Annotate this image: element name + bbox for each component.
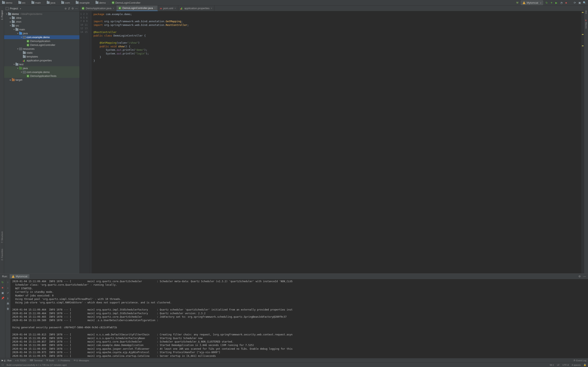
close-icon[interactable]: × xyxy=(174,7,176,10)
bt-build[interactable]: ⚒ Build xyxy=(46,359,54,362)
bt-problems[interactable]: ⚠ Problems xyxy=(58,359,70,362)
down-icon[interactable]: ↓ xyxy=(6,286,9,289)
project-header-label: Project xyxy=(10,7,18,10)
bt-event-log[interactable]: ◔ Event Log xyxy=(573,359,586,362)
update-icon[interactable]: ⟳ xyxy=(573,1,576,4)
print-icon[interactable]: 🖶 xyxy=(6,302,9,305)
fold-gutter[interactable] xyxy=(89,11,92,273)
profile-icon[interactable]: ◔ xyxy=(560,1,563,4)
tree-item[interactable]: static xyxy=(4,51,79,55)
editor-tab[interactable]: mpom.xml× xyxy=(158,6,178,11)
stop-icon[interactable]: ■ xyxy=(1,286,4,289)
hide-icon[interactable]: — xyxy=(583,275,586,278)
tree-item[interactable]: templates xyxy=(4,55,79,58)
coverage-icon[interactable]: ▶ xyxy=(555,1,558,4)
tomcat-icon xyxy=(12,275,15,278)
stop-icon[interactable]: ■ xyxy=(565,1,568,4)
rerun-icon[interactable]: ↻ xyxy=(1,281,4,284)
tomcat-icon xyxy=(523,1,526,4)
run-label: Run: xyxy=(2,275,8,278)
lock-icon[interactable] xyxy=(584,364,586,366)
rail-project[interactable]: 1: Project xyxy=(1,9,3,21)
crumb[interactable]: src xyxy=(17,1,26,5)
tree-item[interactable]: application.properties xyxy=(4,58,79,62)
class-icon: C xyxy=(112,1,114,4)
layout-icon[interactable]: ▣ xyxy=(578,1,581,4)
main-area: 1: Project 7: Structure 2: Favorites Pro… xyxy=(0,6,588,273)
project-view-selector[interactable]: Project xyxy=(6,7,63,10)
tree-item[interactable]: ▶target xyxy=(4,78,79,82)
run-tab[interactable]: Mytomcat xyxy=(9,274,29,278)
code-editor[interactable]: package com.example.demo; import org.spr… xyxy=(92,11,581,273)
run-icon[interactable]: ↻ xyxy=(545,1,548,4)
rail-structure[interactable]: 7: Structure xyxy=(1,231,3,244)
bt-messages[interactable]: ✉ 0: Messages xyxy=(74,359,89,362)
status-icon[interactable]: ☐ xyxy=(2,364,4,366)
gear-icon[interactable]: ⚙ xyxy=(71,7,74,10)
tree-item[interactable]: ▼resources xyxy=(4,47,79,51)
locate-icon[interactable]: ⊕ xyxy=(65,7,67,10)
tree-item-selected[interactable]: ▼com.example.demo xyxy=(4,35,79,39)
close-icon[interactable]: × xyxy=(113,7,114,10)
crumb[interactable]: demo xyxy=(1,1,13,5)
console-output[interactable]: 2020-01-04 15:11:09.484 INFO 1078 --- [ … xyxy=(11,279,588,358)
pin-icon[interactable]: 📌 xyxy=(1,296,4,300)
tree-item[interactable]: ▼java xyxy=(4,31,79,35)
folder-icon xyxy=(61,1,64,4)
up-icon[interactable]: ↑ xyxy=(6,281,9,284)
indent[interactable]: 4 spaces xyxy=(572,364,581,366)
tree-item[interactable]: ▶.idea xyxy=(4,16,79,20)
crumb[interactable]: com xyxy=(61,1,71,5)
editor-tab[interactable]: CDemoApplication.java× xyxy=(80,6,116,11)
chevron-down-icon xyxy=(539,1,541,4)
scroll-icon[interactable]: ⤓ xyxy=(6,296,9,300)
tree-item[interactable]: CDemoApplication xyxy=(4,39,79,43)
rail-maven[interactable]: m Maven xyxy=(585,19,587,30)
source-folder-icon xyxy=(19,32,22,35)
class-icon: C xyxy=(26,40,29,43)
crumb[interactable]: java xyxy=(46,1,56,5)
tree-item[interactable]: ▼test xyxy=(4,62,79,66)
gear-icon[interactable]: ⚙ xyxy=(579,275,581,278)
close-icon[interactable]: × xyxy=(211,7,212,10)
tree-item[interactable]: CDemoLoginController xyxy=(4,43,79,47)
line-separator[interactable]: LF xyxy=(557,364,560,366)
line-gutter[interactable]: 1 2 3 4 5 6 7 8 9 10 11 12 13 14 15 xyxy=(80,11,89,273)
folder-icon xyxy=(12,25,15,27)
project-icon xyxy=(6,7,9,10)
close-icon[interactable]: × xyxy=(154,7,156,9)
tree-item[interactable]: CDemoApplicationTests xyxy=(4,74,79,78)
file-encoding[interactable]: UTF-8 xyxy=(562,364,569,366)
tree-item[interactable]: ▼java xyxy=(4,66,79,70)
trash-icon[interactable]: 🗑 xyxy=(6,307,9,310)
rail-ant[interactable]: Ant xyxy=(585,9,587,15)
bt-todo[interactable]: ≡ 6: TODO xyxy=(15,359,26,362)
crumb[interactable]: demo xyxy=(95,1,107,5)
crumb[interactable]: example xyxy=(75,1,90,5)
bt-terminal[interactable]: ⌨ Terminal xyxy=(30,359,43,362)
error-stripe[interactable] xyxy=(581,11,584,273)
crumb[interactable]: CDemoLoginController xyxy=(111,1,141,5)
project-header: Project ⊕ ⇵ ⚙ — xyxy=(4,6,79,12)
editor-tab[interactable]: application.properties× xyxy=(178,6,215,11)
build-icon[interactable]: ⚒ xyxy=(516,1,519,4)
tree-item[interactable]: ▼main xyxy=(4,27,79,31)
breadcrumbs: demo〉 src〉 main〉 java〉 com〉 example〉 dem… xyxy=(1,1,516,5)
rail-favorites[interactable]: 2: Favorites xyxy=(1,248,3,261)
crumb[interactable]: main xyxy=(31,1,42,5)
expand-icon[interactable]: ⇵ xyxy=(68,7,70,10)
search-icon[interactable]: 🔍 xyxy=(583,1,586,4)
tree-item[interactable]: ▼com.example.demo xyxy=(4,70,79,74)
project-tree[interactable]: ▼demo~/IdeaProjects/demo ▶.idea ▶.mvn ▼s… xyxy=(4,12,79,273)
hide-icon[interactable]: — xyxy=(75,7,78,10)
tree-item[interactable]: ▼src xyxy=(4,24,79,27)
wrap-icon[interactable]: ⤶ xyxy=(6,291,9,294)
run-config-selector[interactable]: Mytomcat xyxy=(521,0,543,5)
bt-run[interactable]: ▶ 4: Run xyxy=(2,359,11,362)
tree-item[interactable]: ▶.mvn xyxy=(4,20,79,24)
layout-icon[interactable]: ▣ xyxy=(1,291,4,294)
cursor-position[interactable]: 96:1 xyxy=(550,364,554,366)
debug-icon[interactable]: ✶ xyxy=(550,1,553,4)
editor-tab-active[interactable]: CDemoLoginController.java× xyxy=(116,6,158,11)
tree-root[interactable]: ▼demo~/IdeaProjects/demo xyxy=(4,12,79,16)
